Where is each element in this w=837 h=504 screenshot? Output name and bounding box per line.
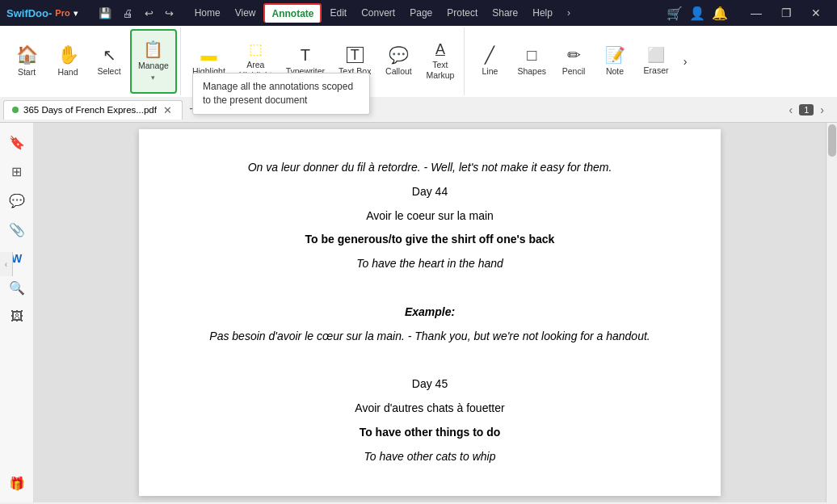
sidebar-item-grid[interactable]: ⊞ xyxy=(4,158,30,184)
callout-icon: 💬 xyxy=(389,47,409,63)
toolbar-group-main: 🏠 Start ✋ Hand ↖ Select 📋 Manage ▾ xyxy=(3,27,181,95)
app-pro-badge: Pro xyxy=(55,8,69,18)
start-button[interactable]: 🏠 Start xyxy=(6,29,47,94)
eraser-icon: ⬜ xyxy=(647,48,665,62)
pdf-day44-bold-english: To be generous/to give the shirt off one… xyxy=(204,230,656,250)
select-icon: ↖ xyxy=(103,47,116,63)
store-icon[interactable]: 🛒 xyxy=(667,6,683,21)
eraser-button[interactable]: ⬜ Eraser xyxy=(636,29,676,94)
shapes-button[interactable]: □ Shapes xyxy=(511,29,553,94)
minimize-button[interactable]: — xyxy=(741,3,772,23)
tab-protect[interactable]: Protect xyxy=(440,3,484,23)
pdf-day45-example-label: Example: xyxy=(204,495,656,496)
eraser-label: Eraser xyxy=(644,65,669,76)
window-controls: — ❐ ✕ xyxy=(741,3,831,23)
select-button[interactable]: ↖ Select xyxy=(89,29,129,94)
sidebar-item-bookmark[interactable]: 🔖 xyxy=(4,129,30,155)
shapes-label: Shapes xyxy=(517,66,546,77)
redo-button[interactable]: ↪ xyxy=(160,4,179,23)
toolbar-group-drawing: ╱ Line □ Shapes ✏ Pencil 📝 Note ⬜ Eraser… xyxy=(466,27,696,95)
pdf-day44-header: Day 44 xyxy=(204,183,656,202)
pdf-content-area: On va leur donner du fil à retordre. - W… xyxy=(34,123,826,502)
manage-label: Manage xyxy=(138,61,169,71)
note-button[interactable]: 📝 Note xyxy=(595,29,635,94)
tab-convert[interactable]: Convert xyxy=(355,3,402,23)
sidebar-collapse-button[interactable]: ‹ xyxy=(0,252,13,276)
tooltip: Manage all the annotations scoped to the… xyxy=(192,73,370,115)
doc-tab[interactable]: 365 Days of French Expres...pdf ✕ xyxy=(3,100,183,120)
pencil-label: Pencil xyxy=(562,66,586,77)
sidebar-item-comment[interactable]: 💬 xyxy=(4,187,30,213)
tab-view[interactable]: View xyxy=(229,3,263,23)
line-icon: ╱ xyxy=(485,47,494,63)
menu-bar: Home View Annotate Edit Convert Page Pro… xyxy=(188,3,577,23)
select-label: Select xyxy=(97,66,120,77)
sidebar-item-image[interactable]: 🖼 xyxy=(4,304,30,330)
save-button[interactable]: 💾 xyxy=(94,4,116,23)
vertical-scrollbar[interactable] xyxy=(826,123,837,502)
pdf-day45-header: Day 45 xyxy=(204,375,656,394)
start-label: Start xyxy=(18,67,36,78)
scrollbar-thumb[interactable] xyxy=(828,124,836,157)
tab-share[interactable]: Share xyxy=(486,3,524,23)
tab-page[interactable]: Page xyxy=(403,3,439,23)
hand-button[interactable]: ✋ Hand xyxy=(48,29,88,94)
notification-icon[interactable]: 🔔 xyxy=(712,6,728,21)
sidebar-item-attachment[interactable]: 📎 xyxy=(4,216,30,242)
note-label: Note xyxy=(606,66,624,77)
ribbon-toolbar: 🏠 Start ✋ Hand ↖ Select 📋 Manage ▾ ▬ Hig… xyxy=(0,26,837,97)
app-name: SwifDoo- xyxy=(6,7,52,19)
doc-close-button[interactable]: ✕ xyxy=(162,104,174,116)
pencil-icon: ✏ xyxy=(567,47,581,63)
tab-annotate[interactable]: Annotate xyxy=(263,3,322,23)
text-markup-icon: A xyxy=(435,42,445,57)
pdf-day44-example-label: Example: xyxy=(204,303,656,322)
pdf-page: On va leur donner du fil à retordre. - W… xyxy=(139,129,721,496)
tab-help[interactable]: Help xyxy=(526,3,559,23)
next-page-button[interactable]: › xyxy=(817,102,827,118)
area-highlight-icon: ⬚ xyxy=(249,42,263,57)
left-sidebar: 🔖 ⊞ 💬 📎 W 🔍 🖼 🎁 xyxy=(0,123,34,502)
app-dropdown[interactable]: ▾ xyxy=(74,9,78,18)
pdf-day44-french: Avoir le coeur sur la main xyxy=(204,207,656,226)
hand-icon: ✋ xyxy=(57,46,79,64)
undo-button[interactable]: ↩ xyxy=(140,4,158,23)
title-bar: SwifDoo-Pro ▾ 💾 🖨 ↩ ↪ Home View Annotate… xyxy=(0,0,837,26)
more-tools-button[interactable]: › xyxy=(677,29,693,94)
print-button[interactable]: 🖨 xyxy=(118,4,138,23)
highlight-icon: ▬ xyxy=(200,47,217,63)
typewriter-icon: T xyxy=(301,47,310,63)
page-number: 1 xyxy=(799,104,814,116)
tab-home[interactable]: Home xyxy=(188,3,227,23)
text-markup-label: TextMarkup xyxy=(426,60,454,80)
close-button[interactable]: ✕ xyxy=(801,3,831,23)
callout-button[interactable]: 💬 Callout xyxy=(378,29,418,94)
hand-label: Hand xyxy=(57,67,78,78)
line-button[interactable]: ╱ Line xyxy=(469,29,510,94)
more-tools-icon: › xyxy=(683,55,688,68)
pdf-day44-italic-english: To have the heart in the hand xyxy=(204,254,656,274)
pdf-day45-french: Avoir d'autres chats à fouetter xyxy=(204,399,656,418)
maximize-button[interactable]: ❐ xyxy=(772,3,801,23)
quick-access: 💾 🖨 ↩ ↪ xyxy=(94,4,179,23)
sidebar-item-search[interactable]: 🔍 xyxy=(4,275,30,300)
tab-edit[interactable]: Edit xyxy=(323,3,353,23)
pdf-intro-line: On va leur donner du fil à retordre. - W… xyxy=(204,158,656,178)
pencil-button[interactable]: ✏ Pencil xyxy=(553,29,594,94)
page-navigation: ‹ 1 › xyxy=(786,102,834,118)
pdf-day45-bold-english: To have other things to do xyxy=(204,423,656,443)
manage-sub: ▾ xyxy=(151,74,155,82)
text-markup-button[interactable]: A TextMarkup xyxy=(419,29,461,94)
pdf-day44-example-text: Pas besoin d'avoir le cœur sur la main. … xyxy=(204,327,656,346)
doc-filename: 365 Days of French Expres...pdf xyxy=(23,105,157,115)
prev-page-button[interactable]: ‹ xyxy=(786,102,797,118)
pdf-day45-italic-english: To have other cats to whip xyxy=(204,447,656,467)
manage-icon: 📋 xyxy=(143,41,163,57)
line-label: Line xyxy=(482,66,498,77)
sidebar-item-gift[interactable]: 🎁 xyxy=(4,470,30,496)
doc-status-dot xyxy=(12,107,19,113)
note-icon: 📝 xyxy=(605,47,625,63)
more-tabs-button[interactable]: › xyxy=(561,3,577,23)
manage-button[interactable]: 📋 Manage ▾ xyxy=(130,29,177,94)
user-icon[interactable]: 👤 xyxy=(689,6,705,21)
